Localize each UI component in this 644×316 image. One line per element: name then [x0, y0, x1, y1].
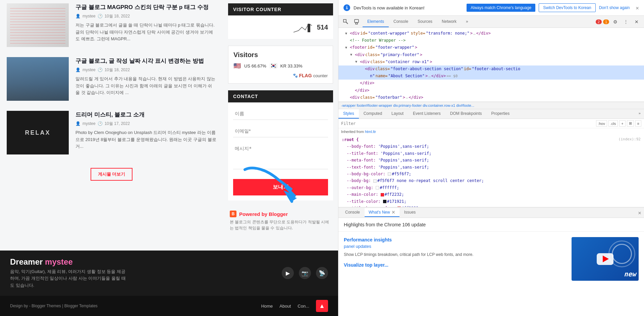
- css-prop: --title-color: #171921;: [342, 199, 407, 204]
- back-to-top-button[interactable]: ▲: [316, 300, 328, 312]
- bottom-tab-whats-new[interactable]: What's New ✕: [365, 208, 399, 217]
- bc-primary-footer[interactable]: div.primary-footer: [393, 103, 422, 107]
- contact-name-input[interactable]: [233, 107, 328, 120]
- styles-tabs-more[interactable]: »: [635, 109, 644, 119]
- add-style-button[interactable]: +: [619, 120, 625, 127]
- styles-tab-styles[interactable]: Styles: [338, 109, 359, 119]
- style-options-button[interactable]: ⊞: [627, 120, 634, 127]
- bc-footer[interactable]: footer#footer-wrapper: [357, 103, 392, 107]
- dom-line[interactable]: <div class="primary-footer">: [338, 51, 644, 58]
- close-whats-new-icon[interactable]: ✕: [391, 210, 395, 215]
- kr-flag-icon: 🇰🇷: [270, 62, 277, 70]
- triangle-icon[interactable]: [350, 52, 354, 57]
- youtube-icon[interactable]: ▶: [282, 267, 294, 279]
- footer-nav-about[interactable]: About: [279, 304, 291, 309]
- post-excerpt-2: 알려드릴 게 있어서 추가 내용을 적습니다. 현재 이 방법은 사용하지 않는…: [75, 76, 216, 96]
- post-item: 드리머 미스티, 블로그 소개 👤 mystee 🕐 10월 17, 2022 …: [7, 111, 216, 154]
- css-prop: --title-font: 'Poppins',sans-serif;: [342, 151, 431, 156]
- hov-filter-button[interactable]: :hov: [596, 120, 607, 127]
- more-options-button[interactable]: ⋮: [621, 17, 631, 27]
- styles-tab-computed[interactable]: Computed: [359, 109, 387, 119]
- css-prop: --text-font: 'Poppins',sans-serif;: [342, 165, 429, 170]
- post-title-3[interactable]: 드리머 미스티, 블로그 소개: [75, 111, 216, 119]
- post-excerpt-3: Photo by Clem Onojeghuo on Unsplash 드리머 …: [75, 129, 216, 150]
- dom-line-selected[interactable]: <div class="footer-about-section section…: [338, 65, 644, 73]
- styles-tab-dom-breakpoints[interactable]: DOM Breakpoints: [445, 109, 487, 119]
- dom-line[interactable]: <div class="footerbar">…</div>: [338, 94, 644, 101]
- design-by-text: Design by - Blogger Themes | Blogger Tem…: [10, 304, 98, 308]
- devtools-notification-bar: i DevTools is now available in Korean! A…: [338, 0, 644, 16]
- triangle-icon[interactable]: [355, 59, 359, 64]
- bc-wrapper[interactable]: -wrapper: [341, 103, 356, 107]
- dom-line[interactable]: <footer id="footer-wrapper">: [338, 44, 644, 51]
- styles-tab-layout[interactable]: Layout: [387, 109, 408, 119]
- close-notification-icon[interactable]: ✕: [636, 5, 639, 11]
- whats-new-title[interactable]: Performance insights: [344, 237, 566, 242]
- info-icon: i: [343, 4, 350, 11]
- paw-icon: 🐾: [293, 73, 298, 78]
- dom-line[interactable]: <div class="container row-x1">: [338, 58, 644, 65]
- tab-sources[interactable]: Sources: [413, 16, 437, 27]
- close-bottom-panel-button[interactable]: ✕: [638, 210, 641, 216]
- bc-footer-section[interactable]: div#foote...: [456, 103, 474, 107]
- triangle-icon[interactable]: [345, 31, 349, 36]
- match-language-button[interactable]: Always match Chrome's language: [467, 4, 535, 12]
- style-settings-button[interactable]: ≡: [635, 120, 641, 127]
- styles-tab-properties[interactable]: Properties: [487, 109, 515, 119]
- whats-new-subtitle[interactable]: panel updates: [344, 244, 566, 249]
- bottom-tab-issues[interactable]: Issues: [400, 209, 420, 217]
- post-thumbnail-2[interactable]: [7, 57, 69, 101]
- css-selector: :root {: [342, 137, 359, 142]
- clock-icon: 🕐: [98, 67, 103, 72]
- tab-console[interactable]: Console: [389, 16, 413, 27]
- switch-korean-button[interactable]: Switch DevTools to Korean: [539, 3, 595, 12]
- tab-elements[interactable]: Elements: [363, 16, 389, 27]
- dom-line-selected-cont[interactable]: n" name="About Section">…</div> == $0: [338, 73, 644, 80]
- post-thumbnail-1[interactable]: [7, 3, 69, 47]
- settings-button[interactable]: ⚙: [610, 17, 620, 27]
- color-swatch[interactable]: [383, 200, 386, 203]
- contact-email-input[interactable]: [233, 125, 328, 137]
- flag-counter-widget: Visitors 🇺🇸 US 66.67% 🇰🇷 KR 33.33% 🐾 FLA…: [228, 46, 333, 84]
- color-swatch[interactable]: [376, 186, 379, 189]
- instagram-icon[interactable]: 📷: [299, 267, 311, 279]
- contact-message-input[interactable]: [233, 142, 328, 169]
- post-thumbnail-3[interactable]: [7, 111, 69, 154]
- cls-filter-button[interactable]: .cls: [608, 120, 618, 127]
- device-toolbar-button[interactable]: [352, 17, 361, 27]
- color-swatch[interactable]: [388, 172, 391, 176]
- dom-tree-panel: <div id="content-wrapper" style="transfo…: [338, 28, 644, 102]
- css-prop: --body-bg: #f5f6f7 none no-repeat scroll…: [342, 178, 484, 183]
- color-swatch[interactable]: [381, 193, 384, 196]
- rss-icon[interactable]: 📡: [316, 267, 328, 279]
- bc-container-row[interactable]: div.container.row-x1: [423, 103, 455, 107]
- more-posts-button[interactable]: 게시물 더보기: [91, 168, 133, 181]
- svg-rect-2: [343, 19, 346, 22]
- dom-line[interactable]: <div id="content-wrapper" style="transfo…: [338, 30, 644, 37]
- whats-new-visualize-link[interactable]: Visualize top layer...: [344, 262, 566, 268]
- bottom-tab-console[interactable]: Console: [341, 209, 364, 217]
- dom-breadcrumb: -wrapper footer#footer-wrapper div.prima…: [338, 102, 644, 109]
- tab-more[interactable]: »: [461, 16, 473, 27]
- post-meta-3: 👤 mystee 🕐 10월 17, 2022: [75, 121, 216, 127]
- post-title-2[interactable]: 구글 블로그, 글 작성 날짜 시각 표시 변경하는 방법: [75, 57, 216, 65]
- dont-show-again-link[interactable]: Don't show again: [599, 5, 630, 10]
- triangle-icon[interactable]: [345, 45, 349, 50]
- whats-new-header-text: Highlights from the Chrome 106 update: [338, 218, 644, 232]
- inspect-element-button[interactable]: [341, 17, 351, 27]
- footer-nav-contact[interactable]: Con...: [298, 304, 309, 309]
- send-button[interactable]: 보내기: [233, 179, 328, 195]
- post-item: 구글 블로그, 글 작성 날짜 시각 표시 변경하는 방법 👤 mystee 🕐…: [7, 57, 216, 101]
- color-swatch[interactable]: [373, 179, 377, 183]
- styles-tab-event-listeners[interactable]: Event Listeners: [408, 109, 445, 119]
- post-title-1[interactable]: 구글 블로그 MAGPRO 스킨의 단락 구분 p 태그 수정: [75, 3, 216, 11]
- inherited-from-selector[interactable]: html.ltr: [365, 130, 376, 134]
- footer-nav-home[interactable]: Home: [261, 304, 273, 309]
- powered-by-label[interactable]: B Powered by Blogger: [230, 211, 331, 217]
- tab-network[interactable]: Network: [437, 16, 461, 27]
- us-flag-icon: 🇺🇸: [233, 62, 241, 70]
- styles-filter-input[interactable]: [341, 121, 593, 126]
- close-devtools-button[interactable]: ✕: [632, 17, 641, 27]
- whats-new-video-thumbnail[interactable]: new: [572, 237, 639, 281]
- blog-footer: Dreamer mystee 음악, 악기(Guitar), 제품 리뷰, 여러…: [0, 251, 338, 296]
